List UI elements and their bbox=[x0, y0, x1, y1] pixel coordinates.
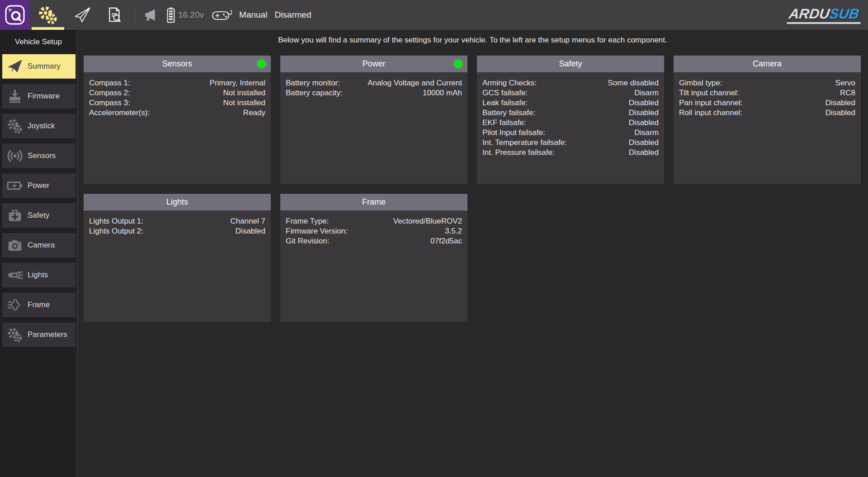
summary-row: Int. Pressure failsafe:Disabled bbox=[482, 148, 659, 158]
row-label: Compass 2: bbox=[89, 88, 130, 98]
battery-icon bbox=[2, 178, 28, 194]
sidebar-item-label: Lights bbox=[28, 271, 48, 280]
summary-row: Battery failsafe:Disabled bbox=[482, 108, 659, 118]
card-title: Camera bbox=[753, 59, 782, 69]
summary-row: Compass 1:Primary, Internal bbox=[89, 78, 265, 88]
row-value: Disarm bbox=[634, 88, 659, 98]
summary-row: Lights Output 1:Channel 7 bbox=[89, 216, 265, 226]
camera-icon bbox=[2, 237, 28, 253]
joystick-indicator-button[interactable] bbox=[211, 7, 232, 23]
summary-card-safety: Safety Arming Checks:Some disabled GCS f… bbox=[477, 56, 664, 184]
row-value: Disarm bbox=[634, 128, 659, 138]
firmware-icon bbox=[2, 88, 28, 104]
row-value: Channel 7 bbox=[230, 216, 265, 226]
summary-row: Battery capacity:10000 mAh bbox=[286, 88, 462, 98]
armed-state-selector[interactable]: Disarmed bbox=[274, 10, 311, 20]
sidebar-item-parameters[interactable]: Parameters bbox=[2, 323, 75, 347]
row-label: Git Revision: bbox=[286, 236, 329, 246]
row-value: Ready bbox=[243, 108, 265, 118]
summary-row: Accelerometer(s):Ready bbox=[89, 108, 265, 118]
row-label: Lights Output 1: bbox=[89, 216, 143, 226]
sidebar-item-label: Firmware bbox=[28, 92, 60, 101]
row-label: Arming Checks: bbox=[482, 78, 537, 88]
row-label: Pilot Input failsafe: bbox=[482, 128, 545, 138]
top-toolbar: 16.20v Manual Disarmed ARDUSUB bbox=[0, 0, 868, 30]
summary-row: Git Revision:07f2d5ac bbox=[286, 236, 462, 246]
row-value: Disabled bbox=[629, 148, 659, 158]
flight-mode-selector[interactable]: Manual bbox=[239, 10, 267, 20]
summary-card-lights: Lights Lights Output 1:Channel 7 Lights … bbox=[84, 194, 271, 322]
sidebar-item-label: Safety bbox=[28, 211, 49, 220]
vehicle-messages-button[interactable] bbox=[142, 7, 159, 23]
sidebar-item-summary[interactable]: Summary bbox=[2, 54, 75, 79]
sidebar-item-label: Power bbox=[28, 181, 49, 190]
summary-row: Int. Temperature failsafe:Disabled bbox=[482, 138, 659, 148]
sidebar-item-frame[interactable]: Frame bbox=[2, 293, 75, 317]
row-label: Compass 1: bbox=[89, 78, 130, 88]
row-value: 3.5.2 bbox=[445, 226, 462, 236]
toolbar-separator bbox=[135, 6, 135, 24]
summary-row: Gimbal type:Servo bbox=[679, 78, 855, 88]
summary-row: Compass 3:Not installed bbox=[89, 98, 265, 108]
battery-indicator-button[interactable]: 16.20v bbox=[166, 7, 204, 23]
row-value: Disabled bbox=[236, 226, 265, 236]
row-value: Vectored/BlueROV2 bbox=[393, 216, 462, 226]
ardusub-logo: ARDUSUB bbox=[788, 0, 862, 30]
card-title: Sensors bbox=[162, 59, 192, 69]
summary-row: Leak failsafe:Disabled bbox=[482, 98, 659, 108]
summary-row: Compass 2:Not installed bbox=[89, 88, 265, 98]
sidebar-item-firmware[interactable]: Firmware bbox=[2, 84, 75, 108]
plan-view-toolbar-button[interactable] bbox=[99, 0, 131, 30]
vehicle-setup-toolbar-button[interactable] bbox=[30, 0, 66, 30]
vehicle-setup-sidebar: Vehicle Setup Summary bbox=[0, 30, 77, 477]
battery-icon bbox=[166, 7, 176, 23]
card-title: Power bbox=[362, 59, 385, 69]
row-label: Firmware Version: bbox=[286, 226, 348, 236]
battery-voltage: 16.20v bbox=[178, 10, 204, 20]
row-value: Some disabled bbox=[608, 78, 659, 88]
summary-row: Lights Output 2:Disabled bbox=[89, 226, 265, 236]
summary-instruction: Below you will find a summary of the set… bbox=[77, 30, 868, 45]
flashlight-icon bbox=[2, 267, 28, 283]
sidebar-item-camera[interactable]: Camera bbox=[2, 233, 75, 257]
toolbar-status-group: 16.20v Manual Disarmed bbox=[141, 0, 311, 30]
paper-plane-icon bbox=[73, 6, 92, 24]
summary-row: Battery monitor:Analog Voltage and Curre… bbox=[286, 78, 462, 88]
main-area: Vehicle Setup Summary bbox=[0, 30, 868, 477]
summary-content: Below you will find a summary of the set… bbox=[77, 30, 868, 477]
row-value: Analog Voltage and Current bbox=[368, 78, 462, 88]
fly-view-toolbar-button[interactable] bbox=[66, 0, 99, 30]
frame-icon bbox=[2, 297, 28, 313]
row-label: Battery monitor: bbox=[286, 78, 340, 88]
row-value: Disabled bbox=[629, 118, 659, 128]
card-title: Frame bbox=[362, 197, 386, 207]
qgc-logo-icon bbox=[4, 4, 26, 26]
summary-row: Pan input channel:Disabled bbox=[679, 98, 855, 108]
row-label: Int. Temperature failsafe: bbox=[482, 138, 567, 148]
sidebar-item-safety[interactable]: Safety bbox=[2, 203, 75, 228]
summary-card-power: Power Battery monitor:Analog Voltage and… bbox=[280, 56, 467, 184]
row-label: EKF failsafe: bbox=[482, 118, 526, 128]
row-label: Roll input channel: bbox=[679, 108, 742, 118]
row-label: Battery capacity: bbox=[286, 88, 343, 98]
qgc-logo-button[interactable] bbox=[0, 0, 30, 30]
row-value: Servo bbox=[835, 78, 855, 88]
gears-icon bbox=[2, 118, 28, 134]
gears-icon bbox=[2, 327, 28, 342]
sidebar-item-label: Sensors bbox=[28, 151, 56, 160]
sidebar-item-joystick[interactable]: Joystick bbox=[2, 114, 75, 138]
summary-row: Arming Checks:Some disabled bbox=[482, 78, 659, 88]
summary-row: Tilt input channel:RC8 bbox=[679, 88, 855, 98]
sidebar-item-label: Parameters bbox=[28, 330, 67, 339]
sidebar-item-power[interactable]: Power bbox=[2, 173, 75, 198]
row-label: Compass 3: bbox=[89, 98, 130, 108]
sidebar-item-lights[interactable]: Lights bbox=[2, 263, 75, 287]
signal-waves-icon bbox=[2, 148, 28, 164]
sidebar-item-sensors[interactable]: Sensors bbox=[2, 144, 75, 168]
row-value: 07f2d5ac bbox=[430, 236, 462, 246]
card-title: Lights bbox=[166, 197, 188, 207]
paper-plane-icon bbox=[2, 58, 28, 75]
row-label: Lights Output 2: bbox=[89, 226, 143, 236]
toolbar-spacer bbox=[311, 0, 788, 30]
summary-row: Frame Type:Vectored/BlueROV2 bbox=[286, 216, 462, 226]
